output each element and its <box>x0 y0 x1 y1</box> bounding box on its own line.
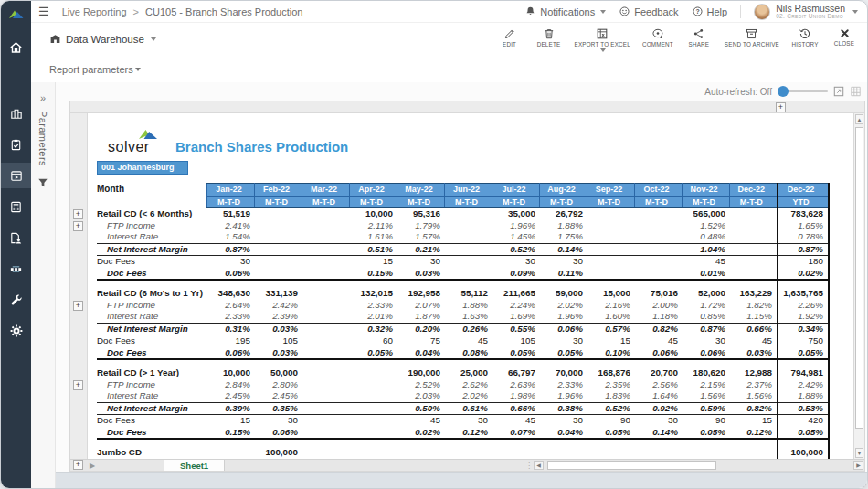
value-cell <box>730 243 778 256</box>
value-cell <box>302 379 350 391</box>
value-cell: 2.56% <box>635 379 683 391</box>
row-axis-label: Month <box>97 184 207 197</box>
close-button[interactable]: CLOSE <box>831 27 858 47</box>
value-cell: 52,000 <box>683 288 730 300</box>
feedback-button[interactable]: Feedback <box>619 5 678 17</box>
export-to-excel-button[interactable]: EXPORT TO EXCEL <box>575 27 630 52</box>
value-cell <box>635 208 683 220</box>
help-button[interactable]: ? Help <box>692 5 728 17</box>
row-label: Interest Rate <box>97 390 207 402</box>
horizontal-scrollbar[interactable]: ◀ ▶ <box>533 460 864 471</box>
expand-panel-chevrons-icon[interactable]: » <box>40 93 46 103</box>
grid-icon[interactable] <box>850 86 862 97</box>
sidebar-item-report[interactable] <box>1 163 31 188</box>
column-header-month: Dec-22 <box>730 184 778 197</box>
value-cell: 2.21% <box>255 459 302 460</box>
value-cell: 50,000 <box>255 367 302 379</box>
next-sheet-arrow[interactable]: ▶ <box>85 460 100 471</box>
scroll-down-arrow[interactable]: ▼ <box>855 448 863 458</box>
chevron-down-icon <box>852 10 858 14</box>
sidebar-item-document-user[interactable] <box>1 225 31 250</box>
sidebar-item-home[interactable] <box>1 35 31 60</box>
value-cell: 59,000 <box>540 288 587 300</box>
column-subheader-mtd: M-T-D <box>255 196 302 208</box>
report-parameters-toggle[interactable]: Report parameters <box>49 64 133 75</box>
scroll-left-arrow[interactable]: ◀ <box>534 461 544 470</box>
value-cell: 60 <box>350 335 397 347</box>
expand-row-button[interactable]: + <box>73 221 83 231</box>
notifications-menu[interactable]: Notifications <box>524 5 606 17</box>
funnel-icon[interactable] <box>37 175 48 192</box>
spacer-cell <box>445 280 492 288</box>
vertical-scrollbar[interactable]: ▲ ▼ <box>853 113 864 459</box>
open-window-icon[interactable] <box>833 86 844 97</box>
column-header-month: Oct-22 <box>635 184 683 197</box>
ytd-value-cell: 0.34% <box>778 323 829 335</box>
send-to-archive-button[interactable]: SEND TO ARCHIVE <box>725 27 779 48</box>
share-button[interactable]: SHARE <box>685 27 713 48</box>
value-cell: 2.00% <box>635 300 683 312</box>
row-label: Net Interest Margin <box>97 323 207 335</box>
value-cell <box>540 459 587 460</box>
value-cell <box>350 459 397 460</box>
notifications-label: Notifications <box>540 6 595 17</box>
expand-row-button[interactable]: + <box>73 460 83 470</box>
scrollbar-splitter[interactable]: ⋮ <box>525 460 533 471</box>
hamburger-menu-icon[interactable]: ☰ <box>38 5 49 17</box>
delete-button[interactable]: DELETE <box>535 27 563 48</box>
value-cell: 66,797 <box>492 367 540 379</box>
chevron-down-icon <box>600 48 606 52</box>
value-cell: 2.41% <box>207 220 255 232</box>
sidebar-item-pipeline[interactable] <box>1 256 31 282</box>
value-cell: 30 <box>207 256 255 268</box>
horizontal-scroll-thumb[interactable] <box>547 461 716 470</box>
breadcrumb-section[interactable]: Live Reporting <box>62 6 127 17</box>
spacer-cell <box>778 280 829 288</box>
auto-refresh-slider[interactable] <box>778 86 828 97</box>
sidebar-item-buildings[interactable] <box>1 101 31 126</box>
solver-report-logo: solver <box>108 128 164 157</box>
chevron-down-icon <box>151 37 156 41</box>
value-cell: 1.96% <box>540 390 587 402</box>
value-cell <box>207 459 255 460</box>
expand-row-button[interactable]: + <box>73 301 83 311</box>
value-cell: 1.61% <box>350 231 397 243</box>
sidebar-item-clipboard-check[interactable] <box>1 132 31 157</box>
value-cell <box>683 459 730 460</box>
divider <box>740 5 741 18</box>
spacer-cell <box>587 439 635 447</box>
value-cell: 195 <box>207 335 255 347</box>
edit-button[interactable]: EDIT <box>496 27 524 48</box>
value-cell: 45 <box>683 256 730 268</box>
data-source-selector[interactable]: Data Warehouse <box>49 33 156 47</box>
value-cell: 0.09% <box>492 268 540 281</box>
value-cell <box>730 268 778 281</box>
comment-button[interactable]: COMMENT <box>642 27 673 48</box>
column-subheader-mtd: M-T-D <box>730 196 778 208</box>
scroll-right-arrow[interactable]: ▶ <box>853 461 863 470</box>
value-cell <box>255 256 302 268</box>
user-menu[interactable]: Nils Rasmussen 02. Credit Union Demo <box>754 4 858 20</box>
spacer-cell <box>302 359 350 367</box>
expand-columns-button[interactable]: + <box>776 102 786 112</box>
sidebar-item-gear[interactable] <box>1 318 31 344</box>
ytd-value-cell: 0.87% <box>778 243 829 256</box>
value-cell: 30 <box>397 256 445 268</box>
value-cell: 30 <box>255 415 302 427</box>
value-cell <box>302 459 350 460</box>
history-icon <box>799 27 811 40</box>
sheet-tab[interactable]: Sheet1 <box>164 460 225 471</box>
expand-row-button[interactable]: + <box>73 380 83 390</box>
comment-icon <box>651 27 664 40</box>
expand-row-button[interactable]: + <box>73 209 83 219</box>
value-cell: 0.07% <box>492 427 540 440</box>
value-cell: 2.03% <box>397 390 445 402</box>
buildings-icon <box>9 107 24 121</box>
close-icon <box>839 27 851 39</box>
sidebar-item-tools[interactable] <box>1 287 31 313</box>
scroll-up-arrow[interactable]: ▲ <box>855 114 863 124</box>
row-label: Doc Fees <box>97 268 207 281</box>
sidebar-item-calculator[interactable] <box>1 194 31 219</box>
vertical-scroll-thumb[interactable] <box>855 127 863 429</box>
history-button[interactable]: HISTORY <box>791 27 819 48</box>
